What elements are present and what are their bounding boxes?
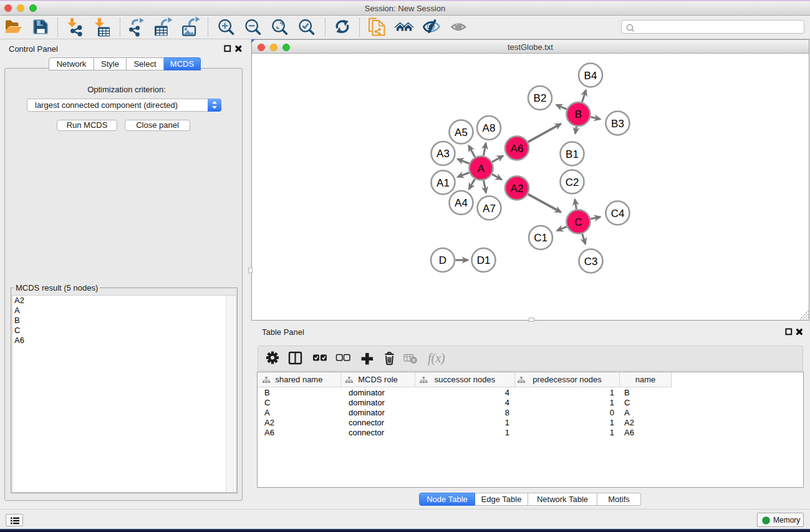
- svg-text:C4: C4: [611, 208, 625, 220]
- svg-text:f(x): f(x): [428, 351, 445, 365]
- svg-text:B3: B3: [611, 118, 624, 130]
- svg-text:A7: A7: [483, 203, 496, 215]
- svg-text:A4: A4: [455, 197, 468, 209]
- svg-text:D1: D1: [477, 254, 491, 266]
- svg-text:B1: B1: [566, 148, 579, 160]
- svg-text:D: D: [439, 254, 446, 266]
- svg-text:C: C: [574, 216, 582, 228]
- svg-text:B2: B2: [534, 92, 547, 104]
- svg-text:A: A: [478, 163, 485, 175]
- svg-text:C3: C3: [584, 256, 598, 268]
- svg-text:B: B: [575, 109, 582, 120]
- svg-text:A5: A5: [455, 127, 468, 138]
- svg-text:A8: A8: [483, 122, 496, 134]
- svg-text:A1: A1: [436, 177, 450, 189]
- svg-text:C2: C2: [566, 177, 579, 188]
- svg-text:C1: C1: [534, 232, 547, 244]
- svg-text:A6: A6: [511, 143, 524, 155]
- svg-text:A3: A3: [436, 148, 450, 160]
- svg-text:B4: B4: [584, 70, 597, 82]
- svg-text:A2: A2: [511, 183, 524, 195]
